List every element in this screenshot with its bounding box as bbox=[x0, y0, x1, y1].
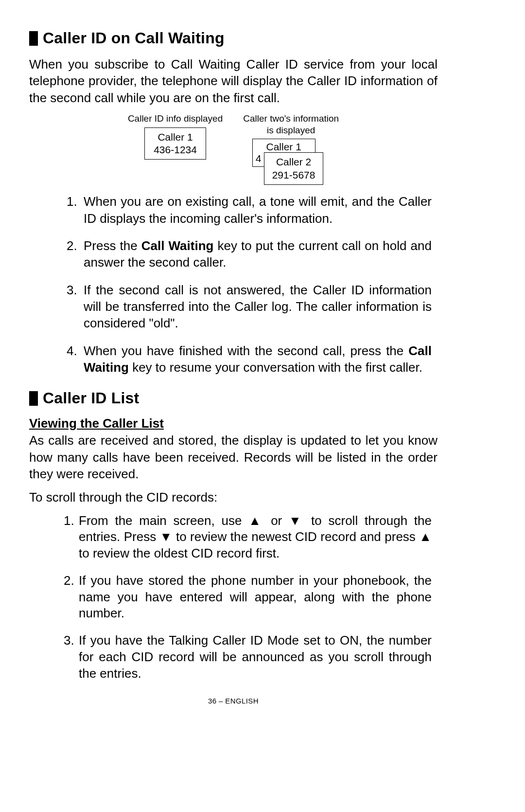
bold-call-waiting: Call Waiting bbox=[141, 238, 214, 253]
figure-2-stack: Caller 1 4 Caller 2 291-5678 bbox=[252, 139, 330, 182]
fig2-back-line1: Caller 1 bbox=[253, 141, 315, 153]
step-2: Press the Call Waiting key to put the cu… bbox=[81, 237, 432, 271]
fig2-front-line2: 291-5678 bbox=[272, 169, 315, 181]
fig2-front-line1: Caller 2 bbox=[272, 156, 315, 168]
heading-bullet-icon bbox=[29, 31, 38, 46]
triangle-up-icon: ▲ bbox=[248, 513, 264, 528]
fig1-line1: Caller 1 bbox=[154, 131, 197, 144]
section-heading-caller-id-call-waiting: Caller ID on Call Waiting bbox=[29, 29, 438, 47]
figure-row: Caller ID info displayed Caller 1 436-12… bbox=[29, 113, 438, 183]
intro-paragraph: When you subscribe to Call Waiting Calle… bbox=[29, 56, 438, 106]
figure-2-front-box: Caller 2 291-5678 bbox=[264, 152, 324, 185]
page-footer: 36 – ENGLISH bbox=[29, 697, 438, 705]
figure-1-caption: Caller ID info displayed bbox=[128, 113, 223, 125]
triangle-down-icon: ▼ bbox=[160, 529, 173, 544]
step2-1: From the main screen, use ▲ or ▼ to scro… bbox=[78, 513, 432, 562]
figure-2-caption: Caller two's information is displayed bbox=[243, 113, 339, 136]
heading-text: Caller ID on Call Waiting bbox=[43, 29, 225, 47]
section-heading-caller-id-list: Caller ID List bbox=[29, 389, 438, 407]
heading-text: Caller ID List bbox=[43, 389, 139, 407]
step2-3: If you have the Talking Caller ID Mode s… bbox=[78, 632, 432, 682]
scroll-intro: To scroll through the CID records: bbox=[29, 489, 438, 505]
triangle-up-icon: ▲ bbox=[419, 529, 432, 544]
steps-list-1: When you are on existing call, a tone wi… bbox=[47, 193, 432, 376]
figure-1-box: Caller 1 436-1234 bbox=[144, 127, 206, 160]
triangle-down-icon: ▼ bbox=[289, 513, 304, 528]
step2-2: If you have stored the phone number in y… bbox=[78, 573, 432, 622]
caller-list-paragraph: As calls are received and stored, the di… bbox=[29, 432, 438, 482]
figure-1: Caller ID info displayed Caller 1 436-12… bbox=[128, 113, 223, 183]
steps-list-2: From the main screen, use ▲ or ▼ to scro… bbox=[49, 513, 432, 682]
figure-2: Caller two's information is displayed Ca… bbox=[243, 113, 339, 183]
fig1-line2: 436-1234 bbox=[154, 144, 197, 156]
step-1: When you are on existing call, a tone wi… bbox=[81, 193, 432, 227]
heading-bullet-icon bbox=[29, 391, 38, 406]
step-4: When you have finished with the second c… bbox=[81, 343, 432, 376]
subheading-viewing-caller-list: Viewing the Caller List bbox=[29, 416, 438, 431]
step-3: If the second call is not answered, the … bbox=[81, 282, 432, 332]
